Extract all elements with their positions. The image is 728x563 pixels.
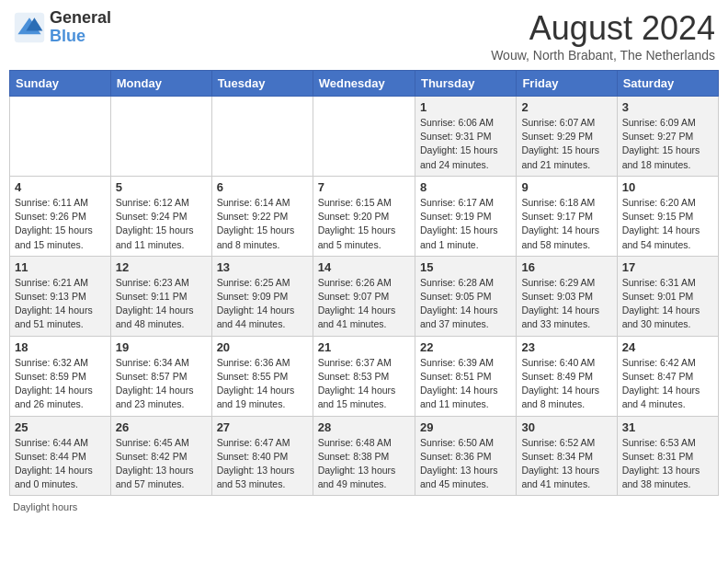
day-cell: 16Sunrise: 6:29 AM Sunset: 9:03 PM Dayli… (517, 256, 617, 336)
day-info: Sunrise: 6:45 AM Sunset: 8:42 PM Dayligh… (116, 436, 207, 492)
day-number: 24 (622, 340, 713, 354)
day-info: Sunrise: 6:18 AM Sunset: 9:17 PM Dayligh… (521, 196, 611, 252)
day-number: 8 (420, 180, 511, 194)
day-cell: 7Sunrise: 6:15 AM Sunset: 9:20 PM Daylig… (313, 176, 415, 256)
column-header-thursday: Thursday (415, 71, 516, 97)
day-number: 28 (318, 420, 410, 434)
day-cell: 22Sunrise: 6:39 AM Sunset: 8:51 PM Dayli… (415, 336, 516, 416)
day-number: 9 (521, 180, 611, 194)
day-cell: 30Sunrise: 6:52 AM Sunset: 8:34 PM Dayli… (517, 416, 617, 496)
logo: General Blue (13, 9, 111, 46)
day-number: 29 (420, 420, 511, 434)
day-number: 27 (217, 420, 308, 434)
day-cell: 12Sunrise: 6:23 AM Sunset: 9:11 PM Dayli… (110, 256, 211, 336)
day-cell: 23Sunrise: 6:40 AM Sunset: 8:49 PM Dayli… (517, 336, 617, 416)
day-number: 20 (217, 340, 308, 354)
day-number: 6 (217, 180, 308, 194)
day-cell: 27Sunrise: 6:47 AM Sunset: 8:40 PM Dayli… (211, 416, 313, 496)
day-info: Sunrise: 6:44 AM Sunset: 8:44 PM Dayligh… (15, 436, 106, 492)
day-number: 18 (15, 340, 106, 354)
week-row-2: 4Sunrise: 6:11 AM Sunset: 9:26 PM Daylig… (10, 176, 719, 256)
day-number: 25 (15, 420, 106, 434)
day-cell: 10Sunrise: 6:20 AM Sunset: 9:15 PM Dayli… (617, 176, 718, 256)
day-info: Sunrise: 6:11 AM Sunset: 9:26 PM Dayligh… (15, 196, 106, 252)
day-info: Sunrise: 6:21 AM Sunset: 9:13 PM Dayligh… (15, 276, 106, 332)
day-number: 7 (318, 180, 410, 194)
day-info: Sunrise: 6:53 AM Sunset: 8:31 PM Dayligh… (622, 436, 713, 492)
calendar-table: SundayMondayTuesdayWednesdayThursdayFrid… (9, 70, 719, 496)
day-info: Sunrise: 6:17 AM Sunset: 9:19 PM Dayligh… (420, 196, 511, 252)
location: Wouw, North Brabant, The Netherlands (491, 48, 715, 63)
day-info: Sunrise: 6:47 AM Sunset: 8:40 PM Dayligh… (217, 436, 308, 492)
day-cell: 4Sunrise: 6:11 AM Sunset: 9:26 PM Daylig… (10, 176, 111, 256)
page-header: General Blue August 2024 Wouw, North Bra… (9, 9, 719, 63)
day-cell: 2Sunrise: 6:07 AM Sunset: 9:29 PM Daylig… (517, 97, 617, 177)
day-number: 22 (420, 340, 511, 354)
day-info: Sunrise: 6:29 AM Sunset: 9:03 PM Dayligh… (521, 276, 611, 332)
day-number: 10 (622, 180, 713, 194)
day-cell: 26Sunrise: 6:45 AM Sunset: 8:42 PM Dayli… (110, 416, 211, 496)
day-info: Sunrise: 6:25 AM Sunset: 9:09 PM Dayligh… (217, 276, 308, 332)
day-cell (313, 97, 415, 177)
day-number: 15 (420, 260, 511, 274)
day-number: 19 (116, 340, 207, 354)
title-block: August 2024 Wouw, North Brabant, The Net… (491, 9, 715, 63)
day-cell: 3Sunrise: 6:09 AM Sunset: 9:27 PM Daylig… (617, 97, 718, 177)
day-cell: 13Sunrise: 6:25 AM Sunset: 9:09 PM Dayli… (211, 256, 313, 336)
day-cell: 1Sunrise: 6:06 AM Sunset: 9:31 PM Daylig… (415, 97, 516, 177)
day-info: Sunrise: 6:50 AM Sunset: 8:36 PM Dayligh… (420, 436, 511, 492)
day-cell: 24Sunrise: 6:42 AM Sunset: 8:47 PM Dayli… (617, 336, 718, 416)
day-info: Sunrise: 6:36 AM Sunset: 8:55 PM Dayligh… (217, 356, 308, 412)
day-cell: 14Sunrise: 6:26 AM Sunset: 9:07 PM Dayli… (313, 256, 415, 336)
day-info: Sunrise: 6:20 AM Sunset: 9:15 PM Dayligh… (622, 196, 713, 252)
day-number: 14 (318, 260, 410, 274)
day-cell (10, 97, 111, 177)
day-info: Sunrise: 6:06 AM Sunset: 9:31 PM Dayligh… (420, 116, 511, 172)
day-number: 23 (521, 340, 611, 354)
day-number: 2 (521, 100, 611, 114)
day-info: Sunrise: 6:12 AM Sunset: 9:24 PM Dayligh… (116, 196, 207, 252)
day-number: 17 (622, 260, 713, 274)
day-number: 16 (521, 260, 611, 274)
day-info: Sunrise: 6:26 AM Sunset: 9:07 PM Dayligh… (318, 276, 410, 332)
day-cell: 20Sunrise: 6:36 AM Sunset: 8:55 PM Dayli… (211, 336, 313, 416)
calendar-header-row: SundayMondayTuesdayWednesdayThursdayFrid… (10, 71, 719, 97)
day-info: Sunrise: 6:23 AM Sunset: 9:11 PM Dayligh… (116, 276, 207, 332)
day-number: 11 (15, 260, 106, 274)
day-number: 13 (217, 260, 308, 274)
day-number: 21 (318, 340, 410, 354)
day-info: Sunrise: 6:32 AM Sunset: 8:59 PM Dayligh… (15, 356, 106, 412)
day-number: 4 (15, 180, 106, 194)
day-cell: 8Sunrise: 6:17 AM Sunset: 9:19 PM Daylig… (415, 176, 516, 256)
day-cell: 6Sunrise: 6:14 AM Sunset: 9:22 PM Daylig… (211, 176, 313, 256)
day-cell: 28Sunrise: 6:48 AM Sunset: 8:38 PM Dayli… (313, 416, 415, 496)
day-cell (211, 97, 313, 177)
day-cell: 31Sunrise: 6:53 AM Sunset: 8:31 PM Dayli… (617, 416, 718, 496)
month-title: August 2024 (491, 9, 715, 48)
week-row-3: 11Sunrise: 6:21 AM Sunset: 9:13 PM Dayli… (10, 256, 719, 336)
day-info: Sunrise: 6:07 AM Sunset: 9:29 PM Dayligh… (521, 116, 611, 172)
logo-icon (13, 11, 46, 44)
column-header-wednesday: Wednesday (313, 71, 415, 97)
column-header-sunday: Sunday (10, 71, 111, 97)
day-info: Sunrise: 6:09 AM Sunset: 9:27 PM Dayligh… (622, 116, 713, 172)
day-cell: 15Sunrise: 6:28 AM Sunset: 9:05 PM Dayli… (415, 256, 516, 336)
week-row-5: 25Sunrise: 6:44 AM Sunset: 8:44 PM Dayli… (10, 416, 719, 496)
day-info: Sunrise: 6:48 AM Sunset: 8:38 PM Dayligh… (318, 436, 410, 492)
day-cell: 11Sunrise: 6:21 AM Sunset: 9:13 PM Dayli… (10, 256, 111, 336)
day-number: 30 (521, 420, 611, 434)
logo-line2: Blue (50, 28, 111, 46)
column-header-saturday: Saturday (617, 71, 718, 97)
day-info: Sunrise: 6:34 AM Sunset: 8:57 PM Dayligh… (116, 356, 207, 412)
day-number: 3 (622, 100, 713, 114)
week-row-1: 1Sunrise: 6:06 AM Sunset: 9:31 PM Daylig… (10, 97, 719, 177)
day-info: Sunrise: 6:37 AM Sunset: 8:53 PM Dayligh… (318, 356, 410, 412)
day-cell (110, 97, 211, 177)
day-info: Sunrise: 6:28 AM Sunset: 9:05 PM Dayligh… (420, 276, 511, 332)
day-info: Sunrise: 6:15 AM Sunset: 9:20 PM Dayligh… (318, 196, 410, 252)
day-info: Sunrise: 6:14 AM Sunset: 9:22 PM Dayligh… (217, 196, 308, 252)
day-info: Sunrise: 6:40 AM Sunset: 8:49 PM Dayligh… (521, 356, 611, 412)
day-cell: 25Sunrise: 6:44 AM Sunset: 8:44 PM Dayli… (10, 416, 111, 496)
footer-text: Daylight hours (9, 501, 719, 512)
day-cell: 5Sunrise: 6:12 AM Sunset: 9:24 PM Daylig… (110, 176, 211, 256)
